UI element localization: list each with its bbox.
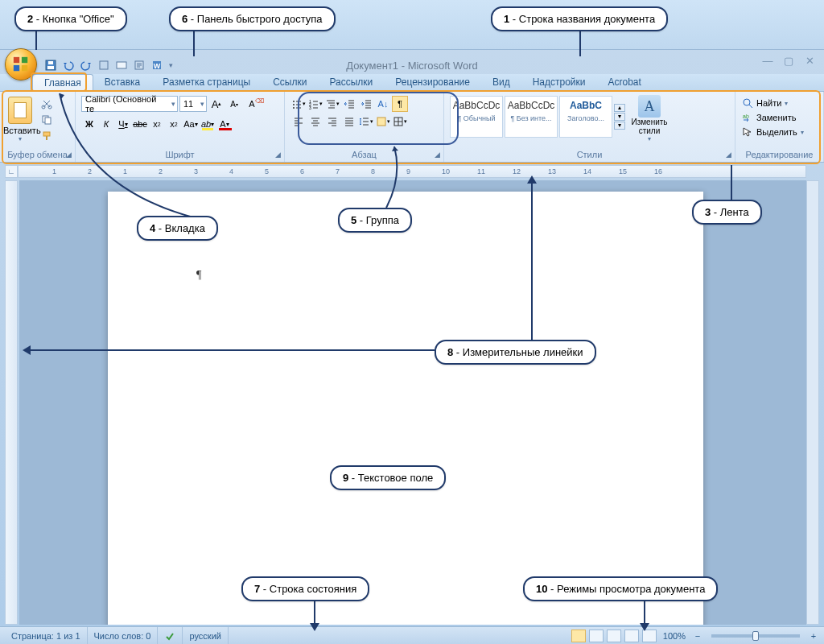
svg-rect-1 xyxy=(22,57,27,63)
tab-view[interactable]: Вид xyxy=(481,74,521,91)
numbering-icon[interactable]: 123▾ xyxy=(307,96,323,112)
svg-point-18 xyxy=(293,101,295,102)
arrow-3 xyxy=(731,165,732,200)
maximize-button[interactable]: ▢ xyxy=(781,55,797,67)
callout-2: 2 - Кнопка "Office" xyxy=(14,6,127,31)
svg-rect-24 xyxy=(377,118,385,126)
font-launcher[interactable]: ◢ xyxy=(273,151,282,160)
tab-pagelayout[interactable]: Разметка страницы xyxy=(151,74,262,91)
align-right-icon[interactable] xyxy=(324,114,340,130)
zoom-slider[interactable] xyxy=(711,634,800,638)
pilcrow-icon[interactable]: ¶ xyxy=(392,96,408,112)
tab-addins[interactable]: Надстройки xyxy=(521,74,597,91)
callout-7: 7 - Строка состояния xyxy=(241,576,369,601)
minimize-button[interactable]: — xyxy=(760,55,776,67)
vertical-scrollbar[interactable] xyxy=(806,180,819,625)
style-nospacing[interactable]: AaBbCcDc ¶ Без инте... xyxy=(505,96,558,138)
paste-button[interactable]: Вставить ▾ xyxy=(3,93,37,142)
style-heading1[interactable]: AaBbC Заголово... xyxy=(559,96,612,138)
decrease-indent-icon[interactable] xyxy=(341,96,357,112)
status-bar: Страница: 1 из 1 Число слов: 0 русский 1… xyxy=(0,626,824,644)
view-full-reading[interactable] xyxy=(589,630,604,642)
grow-font-icon[interactable]: A▴ xyxy=(208,96,225,112)
tab-review[interactable]: Рецензирование xyxy=(384,74,481,91)
svg-point-27 xyxy=(744,99,750,105)
window-controls: — ▢ ✕ xyxy=(760,55,818,67)
copy-icon[interactable] xyxy=(39,113,55,127)
tab-references[interactable]: Ссылки xyxy=(262,74,318,91)
arrow-7 xyxy=(314,599,315,626)
clear-format-icon[interactable]: A⌫ xyxy=(244,96,260,112)
arrow-10 xyxy=(644,599,645,626)
paragraph-mark: ¶ xyxy=(196,269,201,282)
arrow-6 xyxy=(193,29,195,56)
paste-icon xyxy=(8,97,32,124)
shrink-font-icon[interactable]: A▾ xyxy=(226,96,242,112)
svg-rect-0 xyxy=(14,57,19,63)
zoom-out[interactable]: − xyxy=(692,631,703,641)
group-label-styles: Стили xyxy=(447,149,731,160)
zoom-in[interactable]: + xyxy=(808,631,819,641)
sort-icon[interactable]: A↓ xyxy=(375,96,391,112)
tab-mailings[interactable]: Рассылки xyxy=(318,74,384,91)
multilevel-icon[interactable]: ▾ xyxy=(324,96,340,112)
callout-5: 5 - Группа xyxy=(338,208,412,233)
arrow-4 xyxy=(56,90,201,219)
office-button[interactable] xyxy=(5,48,37,80)
align-center-icon[interactable] xyxy=(307,114,323,130)
increase-indent-icon[interactable] xyxy=(358,96,374,112)
status-proofing[interactable] xyxy=(158,627,183,644)
vertical-ruler[interactable] xyxy=(5,180,18,625)
svg-rect-2 xyxy=(14,65,19,71)
replace-button[interactable]: ab Заменить xyxy=(740,111,805,124)
page[interactable]: ¶ xyxy=(108,192,703,625)
zoom-label[interactable]: 100% xyxy=(660,631,689,641)
callout-9: 9 - Текстовое поле xyxy=(330,465,446,490)
line-spacing-icon[interactable]: ▾ xyxy=(358,114,374,130)
group-label-editing: Редактирование xyxy=(739,149,820,160)
cut-icon[interactable] xyxy=(39,97,55,111)
shading-icon[interactable]: ▾ xyxy=(375,114,391,130)
document-area: ¶ xyxy=(19,180,806,625)
close-button[interactable]: ✕ xyxy=(801,55,818,67)
status-page[interactable]: Страница: 1 из 1 xyxy=(5,627,88,644)
select-button[interactable]: Выделить▾ xyxy=(740,126,805,138)
ribbon-tabs: Главная Вставка Разметка страницы Ссылки… xyxy=(0,74,824,92)
view-outline[interactable] xyxy=(624,630,639,642)
svg-rect-17 xyxy=(46,136,47,140)
find-button[interactable]: Найти▾ xyxy=(740,97,805,109)
tab-insert[interactable]: Вставка xyxy=(93,74,152,91)
align-left-icon[interactable] xyxy=(290,114,307,130)
svg-text:A: A xyxy=(645,98,655,114)
view-print-layout[interactable] xyxy=(571,630,586,642)
borders-icon[interactable]: ▾ xyxy=(392,114,408,130)
svg-text:3: 3 xyxy=(309,105,311,109)
ruler-toggle[interactable]: ∟ xyxy=(5,165,18,178)
paragraph-launcher[interactable]: ◢ xyxy=(432,151,442,160)
change-styles-button[interactable]: A Изменить стили ▾ xyxy=(628,93,671,144)
svg-rect-15 xyxy=(45,118,51,124)
justify-icon[interactable] xyxy=(341,114,357,130)
tab-home[interactable]: Главная xyxy=(32,74,93,91)
styles-launcher[interactable]: ◢ xyxy=(723,151,733,160)
highlight-button[interactable]: ab▾ xyxy=(200,116,216,132)
font-color-button[interactable]: A▾ xyxy=(216,116,233,132)
arrow-5 xyxy=(370,145,418,209)
document-title: Документ1 - Microsoft Word xyxy=(0,60,824,72)
callout-4: 4 - Вкладка xyxy=(137,216,218,241)
svg-point-19 xyxy=(293,104,295,105)
svg-text:ab: ab xyxy=(743,114,749,119)
bullets-icon[interactable]: ▾ xyxy=(290,96,307,112)
view-web-layout[interactable] xyxy=(607,630,621,642)
callout-10: 10 - Режимы просмотра документа xyxy=(523,576,718,601)
callout-1: 1 - Строка названия документа xyxy=(491,6,668,31)
change-styles-icon: A xyxy=(638,95,661,118)
tab-acrobat[interactable]: Acrobat xyxy=(597,74,653,91)
styles-more[interactable]: ▴▾▾ xyxy=(614,96,625,138)
status-language[interactable]: русский xyxy=(183,627,228,644)
style-normal[interactable]: AaBbCcDc ¶ Обычный xyxy=(450,96,503,138)
status-words[interactable]: Число слов: 0 xyxy=(88,627,159,644)
format-painter-icon[interactable] xyxy=(39,129,55,143)
callout-3: 3 - Лента xyxy=(692,200,762,225)
group-paragraph: ▾ 123▾ ▾ A↓ ¶ ▾ ▾ ▾ Абзац ◢ xyxy=(285,92,444,162)
